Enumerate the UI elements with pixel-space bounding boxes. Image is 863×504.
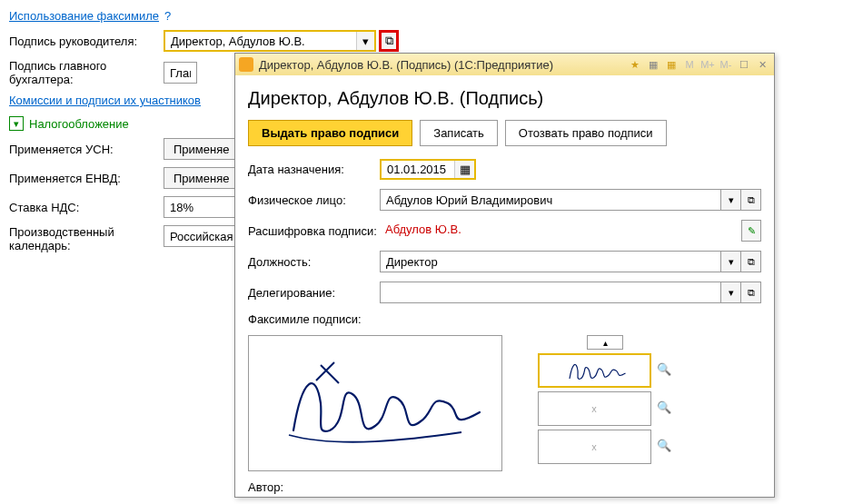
nds-label: Ставка НДС: (9, 201, 164, 214)
calendar-icon[interactable]: ▦ (454, 161, 474, 178)
envd-button[interactable]: Применяе (164, 167, 239, 189)
tool-icon-1[interactable]: ▦ (645, 57, 661, 72)
usn-label: Применяется УСН: (9, 143, 164, 156)
signature-svg (266, 349, 484, 458)
chevron-down-icon: ▾ (9, 116, 24, 131)
sign-acc-input[interactable] (164, 63, 196, 83)
date-label: Дата назначения: (248, 163, 380, 176)
m-minus-button[interactable]: M- (718, 57, 734, 72)
m-button[interactable]: M (681, 57, 698, 72)
sign-head-input[interactable] (165, 32, 356, 50)
signature-thumb-2[interactable]: x (538, 391, 651, 426)
delegation-input[interactable] (380, 282, 721, 303)
open-icon[interactable]: ⧉ (741, 282, 761, 303)
position-label: Должность: (248, 255, 380, 269)
envd-label: Применяется ЕНВД: (9, 172, 164, 185)
signature-preview (248, 335, 502, 471)
signature-thumb-1[interactable] (538, 353, 651, 388)
signature-dialog: Директор, Абдулов Ю.В. (Подпись) (1С:Пре… (234, 53, 775, 498)
chevron-down-icon[interactable]: ▾ (721, 282, 741, 303)
signature-thumb-3[interactable]: x (538, 430, 651, 464)
delegation-label: Делегирование: (248, 286, 380, 300)
revoke-sign-right-button[interactable]: Отозвать право подписи (505, 120, 667, 146)
edit-icon[interactable]: ✎ (741, 220, 761, 242)
chevron-down-icon[interactable]: ▾ (721, 189, 741, 211)
calendar-input[interactable] (164, 225, 245, 247)
open-icon[interactable]: ⧉ (741, 251, 761, 272)
chevron-down-icon[interactable]: ▾ (356, 32, 374, 50)
nds-input[interactable] (164, 196, 245, 218)
magnify-icon[interactable]: 🔍 (657, 439, 673, 455)
decode-value: Абдулов Ю.В. (380, 220, 741, 242)
sign-acc-label: Подпись главного бухгалтера: (9, 59, 164, 86)
magnify-icon[interactable]: 🔍 (657, 362, 673, 379)
titlebar-text: Директор, Абдулов Ю.В. (Подпись) (1С:Пре… (259, 58, 625, 72)
person-label: Физическое лицо: (248, 193, 380, 207)
person-input[interactable] (380, 189, 721, 211)
maximize-button[interactable]: ☐ (736, 57, 752, 72)
author-label: Автор: (248, 480, 380, 494)
open-sign-dialog-button[interactable]: ⧉ (379, 30, 399, 52)
favorite-icon[interactable]: ★ (627, 57, 643, 72)
position-input[interactable] (380, 251, 721, 272)
sign-head-combo[interactable]: ▾ (164, 30, 376, 52)
fax-label: Факсимиле подписи: (248, 312, 380, 326)
close-button[interactable]: ✕ (754, 57, 770, 72)
tax-header-label: Налогообложение (29, 117, 129, 131)
write-button[interactable]: Записать (420, 120, 498, 146)
dialog-title: Директор, Абдулов Ю.В. (Подпись) (248, 88, 761, 109)
issue-sign-right-button[interactable]: Выдать право подписи (248, 120, 412, 146)
signature-thumb-svg (540, 354, 649, 387)
chevron-down-icon[interactable]: ▾ (721, 251, 741, 272)
magnify-icon[interactable]: 🔍 (657, 400, 673, 417)
sign-head-label: Подпись руководителя: (9, 35, 164, 48)
scroll-up-button[interactable]: ▴ (587, 335, 623, 350)
help-icon[interactable]: ? (164, 9, 171, 23)
tool-icon-2[interactable]: ▦ (663, 57, 679, 72)
commissions-link[interactable]: Комиссии и подписи их участников (9, 94, 201, 107)
date-field[interactable]: ▦ (380, 159, 476, 180)
app-icon (239, 57, 253, 72)
fax-usage-link[interactable]: Использование факсимиле (9, 9, 159, 23)
usn-button[interactable]: Применяе (164, 138, 239, 160)
date-input[interactable] (382, 161, 454, 178)
open-icon: ⧉ (385, 34, 393, 48)
open-icon[interactable]: ⧉ (741, 189, 761, 211)
decode-label: Расшифровка подписи: (248, 224, 380, 238)
calendar-label: Производственный календарь: (9, 225, 164, 252)
dialog-titlebar: Директор, Абдулов Ю.В. (Подпись) (1С:Пре… (235, 54, 774, 75)
m-plus-button[interactable]: M+ (699, 57, 716, 72)
sign-acc-combo[interactable] (164, 62, 197, 84)
